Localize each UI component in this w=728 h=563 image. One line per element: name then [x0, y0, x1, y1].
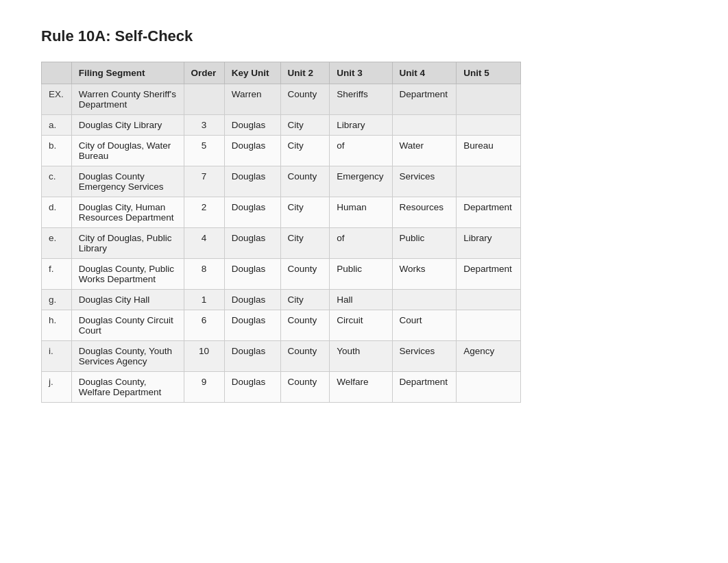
unit5: [457, 310, 521, 341]
table-row: a.Douglas City Library3DouglasCityLibrar…: [42, 115, 521, 136]
key-unit: Douglas: [224, 197, 280, 228]
unit5: [457, 290, 521, 310]
table-row: d.Douglas City, Human Resources Departme…: [42, 197, 521, 228]
filing-segment: Douglas County Circuit Court: [71, 310, 184, 341]
unit2: County: [280, 310, 330, 341]
unit4: Department: [392, 372, 457, 403]
filing-segment: Douglas County, Welfare Department: [71, 372, 184, 403]
row-label: h.: [42, 310, 72, 341]
table-row: f.Douglas County, Public Works Departmen…: [42, 259, 521, 290]
unit4: Water: [392, 136, 457, 166]
order: 1: [184, 290, 224, 310]
unit3: Circuit: [330, 310, 392, 341]
table-row: i.Douglas County, Youth Services Agency1…: [42, 341, 521, 372]
example-unit3: Sheriffs: [330, 84, 392, 115]
filing-segment: Douglas County, Youth Services Agency: [71, 341, 184, 372]
row-label: g.: [42, 290, 72, 310]
key-unit: Douglas: [224, 228, 280, 259]
row-label: a.: [42, 115, 72, 136]
col-header-unit3: Unit 3: [330, 62, 392, 84]
unit2: County: [280, 372, 330, 403]
order: 3: [184, 115, 224, 136]
unit3: Hall: [330, 290, 392, 310]
self-check-table: Filing Segment Order Key Unit Unit 2 Uni…: [41, 62, 521, 403]
unit3: Human: [330, 197, 392, 228]
col-header-filing-segment: Filing Segment: [71, 62, 184, 84]
row-label: i.: [42, 341, 72, 372]
unit5: Department: [457, 259, 521, 290]
unit2: City: [280, 228, 330, 259]
table-row: j.Douglas County, Welfare Department9Dou…: [42, 372, 521, 403]
row-label: f.: [42, 259, 72, 290]
row-label: j.: [42, 372, 72, 403]
col-header-key-unit: Key Unit: [224, 62, 280, 84]
row-label: e.: [42, 228, 72, 259]
table-row: e.City of Douglas, Public Library4Dougla…: [42, 228, 521, 259]
unit4: Services: [392, 341, 457, 372]
unit4: Court: [392, 310, 457, 341]
unit4: [392, 115, 457, 136]
example-unit2: County: [280, 84, 330, 115]
unit2: County: [280, 341, 330, 372]
example-unit5: [457, 84, 521, 115]
unit5: [457, 115, 521, 136]
unit3: of: [330, 228, 392, 259]
table-row: g.Douglas City Hall1DouglasCityHall: [42, 290, 521, 310]
table-header-row: Filing Segment Order Key Unit Unit 2 Uni…: [42, 62, 521, 84]
col-header-unit4: Unit 4: [392, 62, 457, 84]
unit4: Services: [392, 166, 457, 197]
unit5: Agency: [457, 341, 521, 372]
unit3: Emergency: [330, 166, 392, 197]
col-header-order: Order: [184, 62, 224, 84]
unit2: City: [280, 197, 330, 228]
row-label: c.: [42, 166, 72, 197]
filing-segment: Douglas County, Public Works Department: [71, 259, 184, 290]
unit5: Library: [457, 228, 521, 259]
unit5: Bureau: [457, 136, 521, 166]
key-unit: Douglas: [224, 259, 280, 290]
unit2: County: [280, 166, 330, 197]
row-label: d.: [42, 197, 72, 228]
table-row: b.City of Douglas, Water Bureau5DouglasC…: [42, 136, 521, 166]
key-unit: Douglas: [224, 115, 280, 136]
order: 8: [184, 259, 224, 290]
unit2: County: [280, 259, 330, 290]
example-key-unit: Warren: [224, 84, 280, 115]
order: 10: [184, 341, 224, 372]
unit4: [392, 290, 457, 310]
order: 4: [184, 228, 224, 259]
filing-segment: City of Douglas, Public Library: [71, 228, 184, 259]
unit2: City: [280, 290, 330, 310]
unit3: Public: [330, 259, 392, 290]
table-row: c.Douglas County Emergency Services7Doug…: [42, 166, 521, 197]
order: 2: [184, 197, 224, 228]
unit2: City: [280, 136, 330, 166]
key-unit: Douglas: [224, 166, 280, 197]
unit3: Welfare: [330, 372, 392, 403]
filing-segment: Douglas City Library: [71, 115, 184, 136]
unit3: of: [330, 136, 392, 166]
filing-segment: City of Douglas, Water Bureau: [71, 136, 184, 166]
order: 5: [184, 136, 224, 166]
col-header-label: [42, 62, 72, 84]
key-unit: Douglas: [224, 290, 280, 310]
order: 9: [184, 372, 224, 403]
row-label: b.: [42, 136, 72, 166]
unit4: Resources: [392, 197, 457, 228]
main-table-wrapper: Filing Segment Order Key Unit Unit 2 Uni…: [41, 62, 521, 403]
example-label: EX.: [42, 84, 72, 115]
key-unit: Douglas: [224, 310, 280, 341]
page-title: Rule 10A: Self-Check: [41, 27, 687, 45]
order: 6: [184, 310, 224, 341]
col-header-unit5: Unit 5: [457, 62, 521, 84]
col-header-unit2: Unit 2: [280, 62, 330, 84]
unit5: Department: [457, 197, 521, 228]
example-row: EX. Warren County Sheriff's Department W…: [42, 84, 521, 115]
key-unit: Douglas: [224, 136, 280, 166]
example-filing-segment: Warren County Sheriff's Department: [71, 84, 184, 115]
filing-segment: Douglas County Emergency Services: [71, 166, 184, 197]
unit5: [457, 372, 521, 403]
unit5: [457, 166, 521, 197]
unit4: Public: [392, 228, 457, 259]
filing-segment: Douglas City, Human Resources Department: [71, 197, 184, 228]
